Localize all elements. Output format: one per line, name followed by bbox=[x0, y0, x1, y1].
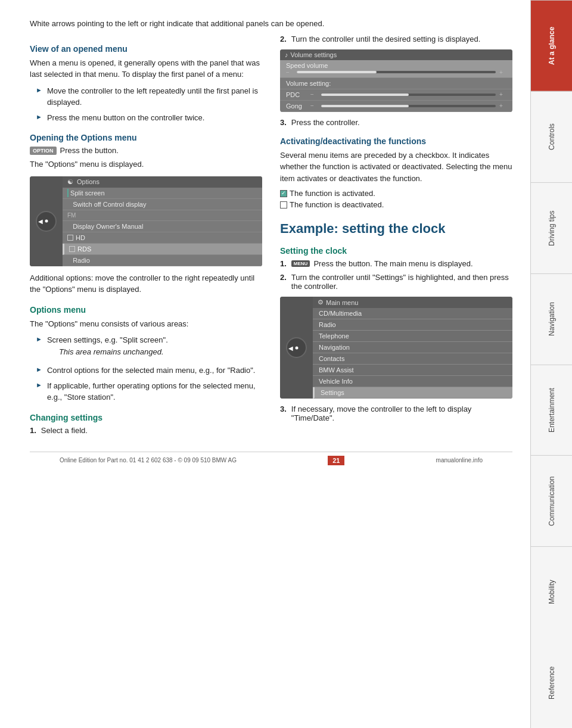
footer-left-text: Online Edition for Part no. 01 41 2 602 … bbox=[60, 457, 237, 463]
options-screen: ◀ ☯ Options Split screen Switch off Co bbox=[30, 176, 262, 266]
page-number: 21 bbox=[328, 456, 344, 465]
left-column: View of an opened menu When a menu is op… bbox=[30, 35, 262, 440]
clock-step2-num: 2. bbox=[280, 273, 287, 282]
sidebar-item-entertainment[interactable]: Entertainment bbox=[531, 365, 572, 456]
sidebar-item-mobility[interactable]: Mobility bbox=[531, 546, 572, 637]
step3-text: Press the controller. bbox=[291, 118, 360, 127]
sidebar-item-driving-tips[interactable]: Driving tips bbox=[531, 182, 572, 273]
main-menu-controller-circle: ◀ bbox=[286, 337, 307, 358]
step3-num: 3. bbox=[280, 118, 287, 127]
slider-track-speed bbox=[297, 71, 496, 73]
step1-select-field: 1. Select a field. bbox=[30, 426, 262, 435]
activating-heading: Activating/deactivating the functions bbox=[280, 136, 512, 146]
bullet-text-move: Move the controller to the left repeated… bbox=[47, 85, 262, 108]
clock-step3: 3. If necessary, move the controller to … bbox=[280, 405, 512, 422]
intro-text: White arrows pointing to the left or rig… bbox=[30, 18, 512, 30]
slider-fill-gong bbox=[321, 105, 409, 107]
bullet-move-controller: ► Move the controller to the left repeat… bbox=[30, 85, 262, 108]
checkbox-activated-icon bbox=[280, 190, 287, 197]
controller-circle: ◀ bbox=[36, 211, 57, 232]
gong-plus: + bbox=[499, 102, 506, 109]
bullet-arrow-icon-2: ► bbox=[36, 113, 42, 120]
bullet-text-press: Press the menu button on the controller … bbox=[47, 112, 204, 124]
sidebar-item-at-a-glance[interactable]: At a glance bbox=[531, 0, 572, 91]
bullet-control-text: Control options for the selected main me… bbox=[47, 365, 256, 377]
volume-slider-pdc: PDC − + bbox=[286, 91, 506, 98]
right-column: 2. Turn the controller until the desired… bbox=[280, 35, 512, 440]
volume-slider-speed: − + bbox=[286, 69, 506, 76]
main-menu-title: ⚙ Main menu bbox=[313, 297, 512, 308]
bullet-applicable-text: If applicable, further operating options… bbox=[47, 380, 262, 403]
volume-screen: ♪ Volume settings Speed volume − + Volum… bbox=[280, 49, 512, 112]
slider-fill-speed bbox=[297, 71, 377, 73]
bullet-arrow-4: ► bbox=[36, 366, 42, 373]
options-result-text: The "Options" menu is displayed. bbox=[30, 158, 262, 170]
main-menu-screen: ◀ ⚙ Main menu CD/Multimedia Radio Teleph… bbox=[280, 297, 512, 399]
step2-volume: 2. Turn the controller until the desired… bbox=[280, 35, 512, 43]
gong-minus: − bbox=[310, 102, 318, 109]
function-deactivated-text: The function is deactivated. bbox=[290, 200, 384, 209]
clock-step1-num: 1. bbox=[280, 259, 287, 268]
menu-item-cd: CD/Multimedia bbox=[313, 308, 512, 319]
menu-item-vehicle-info: Vehicle Info bbox=[313, 376, 512, 387]
option-button-icon: OPTION bbox=[30, 147, 57, 155]
bullet-arrow-5: ► bbox=[36, 381, 42, 388]
volume-row-pdc: PDC − + bbox=[280, 89, 512, 101]
menu-item-contacts: Contacts bbox=[313, 353, 512, 365]
options-item-rds: RDS bbox=[63, 244, 262, 255]
menu-item-navigation: Navigation bbox=[313, 342, 512, 353]
clock-step3-text: If necessary, move the controller to the… bbox=[291, 405, 512, 422]
additional-options-text: Additional options: move the controller … bbox=[30, 272, 262, 295]
volume-row-speed: Speed volume − + bbox=[280, 60, 512, 78]
main-menu-icon: ⚙ bbox=[318, 298, 324, 306]
minus-label: − bbox=[286, 69, 293, 76]
function-activated-row: The function is activated. bbox=[280, 189, 512, 198]
opening-options-heading: Opening the Options menu bbox=[30, 133, 262, 142]
pdc-minus: − bbox=[310, 91, 318, 98]
volume-row-gong: Gong − + bbox=[280, 101, 512, 112]
sidebar: At a glance Controls Driving tips Naviga… bbox=[530, 0, 572, 728]
step1-text: Select a field. bbox=[41, 426, 88, 435]
slider-track-gong bbox=[321, 105, 496, 107]
options-menu-heading: Options menu bbox=[30, 305, 262, 315]
bullet-control-options: ► Control options for the selected main … bbox=[30, 365, 262, 377]
step3-press: 3. Press the controller. bbox=[280, 118, 512, 127]
bullet-arrow-3: ► bbox=[36, 335, 42, 343]
slider-track-pdc bbox=[321, 94, 496, 96]
controller-dot bbox=[45, 220, 48, 223]
clock-step2-text: Turn the controller until "Settings" is … bbox=[291, 273, 512, 291]
sidebar-item-navigation[interactable]: Navigation bbox=[531, 273, 572, 365]
menu-item-telephone: Telephone bbox=[313, 331, 512, 342]
menu-item-radio: Radio bbox=[313, 319, 512, 331]
view-opened-menu-heading: View of an opened menu bbox=[30, 44, 262, 54]
activating-text: Several menu items are preceded by a che… bbox=[280, 150, 512, 185]
options-menu-title: ☯ Options bbox=[63, 176, 262, 188]
sub-text-unchanged: This area remains unchanged. bbox=[47, 346, 168, 358]
options-icon: ☯ bbox=[67, 178, 73, 186]
menu-button-icon: MENU bbox=[291, 260, 310, 267]
bullet-arrow-icon: ► bbox=[36, 86, 42, 94]
setting-clock-heading: Setting the clock bbox=[280, 246, 512, 256]
checkbox-split bbox=[67, 189, 69, 197]
footer: Online Edition for Part no. 01 41 2 602 … bbox=[30, 452, 512, 469]
checkbox-rds bbox=[69, 246, 75, 252]
bullet-press-menu: ► Press the menu button on the controlle… bbox=[30, 112, 262, 124]
menu-item-settings: Settings bbox=[313, 387, 512, 399]
step2-text: Turn the controller until the desired se… bbox=[291, 35, 480, 43]
checkbox-deactivated-icon bbox=[280, 201, 287, 209]
step1-num: 1. bbox=[30, 426, 36, 435]
volume-icon: ♪ bbox=[285, 51, 288, 58]
menu-item-bmw-assist: BMW Assist bbox=[313, 365, 512, 376]
options-item-display-manual: Display Owner's Manual bbox=[63, 221, 262, 232]
main-menu-items: ⚙ Main menu CD/Multimedia Radio Telephon… bbox=[313, 297, 512, 399]
main-menu-controller-dot bbox=[295, 346, 298, 349]
sidebar-item-communication[interactable]: Communication bbox=[531, 455, 572, 546]
function-deactivated-row: The function is deactivated. bbox=[280, 200, 512, 209]
sidebar-item-controls[interactable]: Controls bbox=[531, 91, 572, 182]
options-item-hd: HD bbox=[63, 232, 262, 244]
pdc-plus: + bbox=[499, 91, 506, 98]
controller-graphic: ◀ bbox=[30, 176, 63, 266]
clock-step3-num: 3. bbox=[280, 405, 287, 413]
volume-slider-gong: Gong − + bbox=[286, 102, 506, 110]
sidebar-item-reference[interactable]: Reference bbox=[531, 637, 572, 728]
